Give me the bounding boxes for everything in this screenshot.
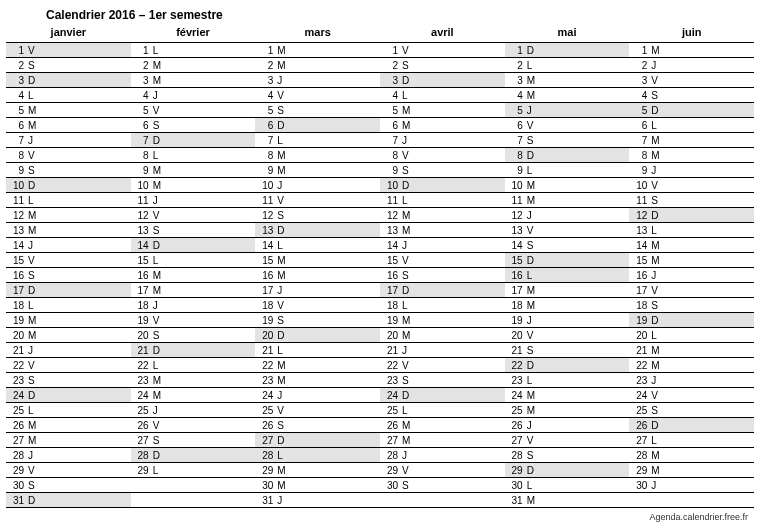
- day-row: 16M: [131, 267, 256, 282]
- day-number: 16: [629, 270, 651, 281]
- day-weekday: V: [153, 315, 165, 326]
- day-number: 29: [505, 465, 527, 476]
- day-weekday: V: [527, 330, 539, 341]
- day-number: 8: [255, 150, 277, 161]
- day-row: 9L: [505, 162, 630, 177]
- day-row: 23S: [6, 372, 131, 387]
- day-number: 30: [255, 480, 277, 491]
- day-number: 5: [6, 105, 28, 116]
- day-weekday: M: [402, 315, 414, 326]
- day-row: 16S: [6, 267, 131, 282]
- day-row: 15V: [6, 252, 131, 267]
- day-number: 23: [380, 375, 402, 386]
- day-row: 10M: [131, 177, 256, 192]
- day-weekday: M: [651, 450, 663, 461]
- day-number: 22: [505, 360, 527, 371]
- day-number: 21: [629, 345, 651, 356]
- day-weekday: L: [28, 405, 40, 416]
- day-number: 24: [131, 390, 153, 401]
- day-row: 22L: [131, 357, 256, 372]
- day-row: 14M: [629, 237, 754, 252]
- day-number: 21: [505, 345, 527, 356]
- day-row: 18L: [6, 297, 131, 312]
- day-weekday: S: [651, 195, 663, 206]
- day-row: 31M: [505, 492, 630, 507]
- day-number: 6: [505, 120, 527, 131]
- day-number: 28: [380, 450, 402, 461]
- day-row: 2S: [6, 57, 131, 72]
- day-weekday: V: [153, 210, 165, 221]
- day-row: 9M: [255, 162, 380, 177]
- day-number: 3: [6, 75, 28, 86]
- day-weekday: M: [527, 90, 539, 101]
- day-number: 9: [131, 165, 153, 176]
- day-number: 4: [131, 90, 153, 101]
- month-header: mai: [505, 24, 630, 42]
- day-row: 19D: [629, 312, 754, 327]
- day-row: [380, 492, 505, 507]
- day-weekday: S: [402, 480, 414, 491]
- day-number: 12: [131, 210, 153, 221]
- day-weekday: D: [651, 420, 663, 431]
- day-row: 4V: [255, 87, 380, 102]
- day-weekday: M: [153, 270, 165, 281]
- day-row: 26S: [255, 417, 380, 432]
- day-row: 30S: [380, 477, 505, 492]
- day-weekday: J: [527, 105, 539, 116]
- day-number: 19: [380, 315, 402, 326]
- day-row: 29V: [380, 462, 505, 477]
- day-weekday: M: [277, 60, 289, 71]
- day-weekday: M: [277, 165, 289, 176]
- day-weekday: D: [28, 390, 40, 401]
- day-weekday: D: [651, 315, 663, 326]
- day-weekday: S: [277, 315, 289, 326]
- day-number: 8: [131, 150, 153, 161]
- day-row: 19J: [505, 312, 630, 327]
- day-weekday: J: [277, 180, 289, 191]
- day-weekday: L: [651, 435, 663, 446]
- day-row: 9S: [6, 162, 131, 177]
- day-weekday: L: [527, 270, 539, 281]
- day-weekday: M: [402, 225, 414, 236]
- day-row: 13M: [380, 222, 505, 237]
- day-weekday: J: [28, 135, 40, 146]
- day-number: 19: [131, 315, 153, 326]
- day-number: 24: [505, 390, 527, 401]
- day-row: 25S: [629, 402, 754, 417]
- day-weekday: J: [402, 450, 414, 461]
- day-weekday: V: [402, 360, 414, 371]
- day-weekday: J: [651, 270, 663, 281]
- day-number: 9: [505, 165, 527, 176]
- day-number: 15: [255, 255, 277, 266]
- day-number: 29: [380, 465, 402, 476]
- day-weekday: V: [277, 300, 289, 311]
- day-number: 10: [505, 180, 527, 191]
- day-number: 4: [505, 90, 527, 101]
- day-number: 12: [380, 210, 402, 221]
- day-weekday: M: [277, 480, 289, 491]
- day-weekday: V: [651, 75, 663, 86]
- day-row: 4S: [629, 87, 754, 102]
- day-row: 21D: [131, 342, 256, 357]
- day-weekday: M: [402, 210, 414, 221]
- day-number: 4: [380, 90, 402, 101]
- day-number: 25: [380, 405, 402, 416]
- day-number: 16: [505, 270, 527, 281]
- day-weekday: S: [28, 165, 40, 176]
- day-number: 26: [629, 420, 651, 431]
- day-number: 31: [6, 495, 28, 506]
- day-number: 18: [380, 300, 402, 311]
- day-number: 23: [131, 375, 153, 386]
- day-weekday: M: [651, 360, 663, 371]
- day-weekday: M: [153, 165, 165, 176]
- day-row: 12M: [6, 207, 131, 222]
- day-row: 31J: [255, 492, 380, 507]
- day-row: 20L: [629, 327, 754, 342]
- day-row: 8L: [131, 147, 256, 162]
- day-number: 8: [505, 150, 527, 161]
- day-number: 9: [6, 165, 28, 176]
- day-weekday: D: [402, 285, 414, 296]
- day-weekday: V: [28, 255, 40, 266]
- day-number: 5: [380, 105, 402, 116]
- day-row: 24J: [255, 387, 380, 402]
